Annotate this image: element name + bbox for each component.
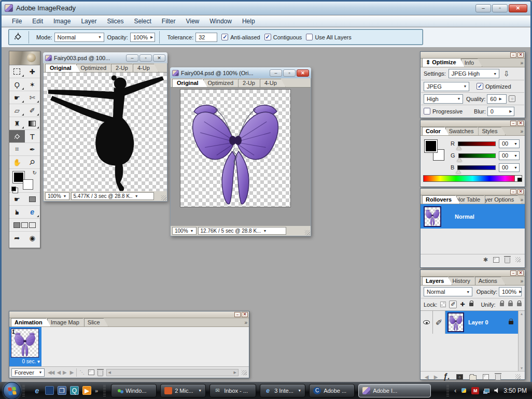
- mode-dropdown[interactable]: Normal▼: [54, 33, 104, 42]
- clone-stamp-tool[interactable]: ♜: [9, 117, 25, 130]
- palette-menu-icon[interactable]: »: [244, 320, 247, 325]
- use-all-layers-checkbox[interactable]: [306, 34, 313, 40]
- doc1-tab-optimized[interactable]: Optimized: [76, 64, 116, 72]
- tab-color-table[interactable]: Color Table: [456, 195, 488, 204]
- color-spectrum-ramp[interactable]: [423, 175, 522, 182]
- menu-edit[interactable]: Edit: [27, 16, 48, 26]
- update-tray-icon[interactable]: [460, 387, 468, 394]
- menu-filter[interactable]: Filter: [157, 16, 181, 26]
- palette-resize-grip[interactable]: [515, 374, 521, 379]
- image-map-tool[interactable]: ☛: [9, 91, 25, 104]
- tray-expand-icon[interactable]: ‹: [454, 387, 456, 394]
- quality-field[interactable]: 60▶: [487, 94, 507, 104]
- lasso-tool[interactable]: Ϙ: [9, 78, 25, 91]
- tolerance-field[interactable]: 32: [195, 33, 217, 42]
- quicktime-icon[interactable]: Q: [70, 386, 79, 395]
- new-group-icon[interactable]: [469, 375, 477, 380]
- zoom-tool[interactable]: ⚲: [25, 156, 40, 168]
- scroll-up-icon[interactable]: ▲: [520, 312, 524, 316]
- menu-file[interactable]: File: [7, 16, 27, 26]
- new-item-icon[interactable]: [493, 257, 499, 263]
- palette-close-button[interactable]: ✕: [517, 121, 524, 126]
- foreground-swatch[interactable]: [425, 140, 437, 152]
- unify-visibility-icon[interactable]: [508, 303, 513, 306]
- lock-all-toggle[interactable]: [469, 303, 474, 306]
- new-frame-button[interactable]: [88, 369, 94, 375]
- eraser-tool[interactable]: ▱: [9, 104, 25, 117]
- doc1-file-info[interactable]: 5.477K / 3 sec @ 28.8 K..▼: [71, 192, 154, 200]
- jump-to-photoshop-button[interactable]: ➦: [9, 232, 25, 244]
- droplet-icon[interactable]: ⇩: [503, 69, 510, 78]
- window-switcher-icon[interactable]: ❐: [58, 386, 66, 395]
- doc2-title-bar[interactable]: Fairy004.psd @ 100% (Ori... – ▫ ✕: [170, 67, 311, 78]
- magic-wand-tool[interactable]: ✶: [25, 78, 40, 91]
- menu-slices[interactable]: Slices: [102, 16, 129, 26]
- trash-icon[interactable]: [505, 258, 510, 263]
- restore-button[interactable]: ▫: [492, 4, 508, 12]
- palette-close-button[interactable]: ✕: [242, 312, 248, 317]
- trash-icon[interactable]: [97, 370, 103, 376]
- trash-icon[interactable]: [495, 375, 501, 380]
- chevron-down-icon[interactable]: ▼: [298, 389, 301, 392]
- doc1-zoom-level[interactable]: 100%▼: [45, 192, 69, 200]
- menu-image[interactable]: Image: [48, 16, 76, 26]
- taskbar-button-adobe[interactable]: C Adobe ...: [309, 384, 355, 397]
- rewind-button[interactable]: ◀◀: [48, 369, 53, 375]
- menu-layer[interactable]: Layer: [76, 16, 102, 26]
- palette-resize-grip[interactable]: [515, 257, 521, 262]
- frame-delay-dropdown[interactable]: 0 sec. ▾: [11, 359, 40, 364]
- doc1-tab-original[interactable]: Original: [45, 64, 80, 72]
- lock-position-toggle[interactable]: ✚: [460, 301, 465, 308]
- tab-styles[interactable]: Styles: [478, 127, 506, 135]
- next-effect-icon[interactable]: ▶: [434, 374, 437, 380]
- show-desktop-icon[interactable]: [45, 386, 54, 395]
- lock-pixels-toggle[interactable]: ✐: [449, 301, 457, 308]
- tab-slice[interactable]: Slice: [84, 318, 108, 326]
- layer-row[interactable]: ✐ Layer 0: [421, 311, 525, 334]
- scroll-down-icon[interactable]: ▼: [520, 366, 524, 370]
- opacity-field[interactable]: 100%▶: [130, 33, 156, 42]
- red-slider[interactable]: [458, 141, 496, 146]
- animation-scrollbar[interactable]: ◀▶: [106, 369, 239, 376]
- doc1-resize-grip[interactable]: [161, 195, 166, 201]
- doc2-tab-optimized[interactable]: Optimized: [203, 79, 243, 87]
- media-player-icon[interactable]: ▶: [82, 386, 91, 395]
- loop-dropdown[interactable]: Forever▼: [11, 368, 45, 377]
- menu-select[interactable]: Select: [129, 16, 156, 26]
- palette-minimize-button[interactable]: –: [234, 312, 241, 317]
- screen-mode-buttons[interactable]: [9, 219, 40, 231]
- menu-view[interactable]: View: [180, 16, 204, 26]
- menu-window[interactable]: Window: [204, 16, 237, 26]
- crop-tool[interactable]: ⌗: [9, 143, 25, 155]
- document-window-fairy004[interactable]: Fairy004.psd @ 100% (Ori... – ▫ ✕ Origin…: [170, 67, 311, 236]
- animation-frame-1[interactable]: 1 0 sec. ▾: [9, 327, 41, 366]
- palette-minimize-button[interactable]: –: [510, 270, 516, 276]
- paint-bucket-tool[interactable]: [9, 130, 25, 142]
- layer-visibility-cell[interactable]: [421, 311, 433, 334]
- mcafee-tray-icon[interactable]: M: [471, 387, 479, 394]
- layers-scrollbar[interactable]: ▲ ▼: [518, 311, 525, 371]
- tab-optimize[interactable]: ⇕ Optimize: [422, 58, 465, 67]
- document-window-fairy003[interactable]: Fairy003.psd @ 100... – ▫ ✕ Original Opt…: [43, 52, 167, 202]
- layer-mask-icon[interactable]: ○: [456, 374, 463, 380]
- slice-tool[interactable]: ✄: [25, 91, 40, 104]
- quick-launch-overflow[interactable]: »: [95, 388, 98, 394]
- red-value[interactable]: 00▼: [499, 139, 520, 148]
- tab-actions[interactable]: Actions: [475, 277, 506, 285]
- blend-mode-dropdown[interactable]: Normal▼: [424, 287, 472, 296]
- tab-image-map[interactable]: Image Map: [47, 318, 88, 326]
- marquee-tool[interactable]: [9, 65, 25, 78]
- palette-minimize-button[interactable]: –: [510, 189, 516, 194]
- eyedropper-tool[interactable]: ✒: [25, 143, 40, 155]
- background-color[interactable]: [23, 179, 33, 190]
- blue-slider[interactable]: [457, 165, 496, 170]
- tween-button[interactable]: ⋱: [80, 369, 85, 375]
- doc2-restore-button[interactable]: ▫: [283, 69, 296, 77]
- doc2-minimize-button[interactable]: –: [270, 69, 282, 77]
- doc2-file-info[interactable]: 12.76K / 5 sec @ 28.8 K...▼: [198, 227, 286, 235]
- optimize-palette-titlebar[interactable]: – ✕: [421, 52, 525, 59]
- palette-close-button[interactable]: ✕: [517, 189, 524, 194]
- tab-rollovers[interactable]: Rollovers: [422, 195, 460, 204]
- doc2-tab-original[interactable]: Original: [172, 79, 207, 87]
- type-tool[interactable]: T: [25, 130, 40, 142]
